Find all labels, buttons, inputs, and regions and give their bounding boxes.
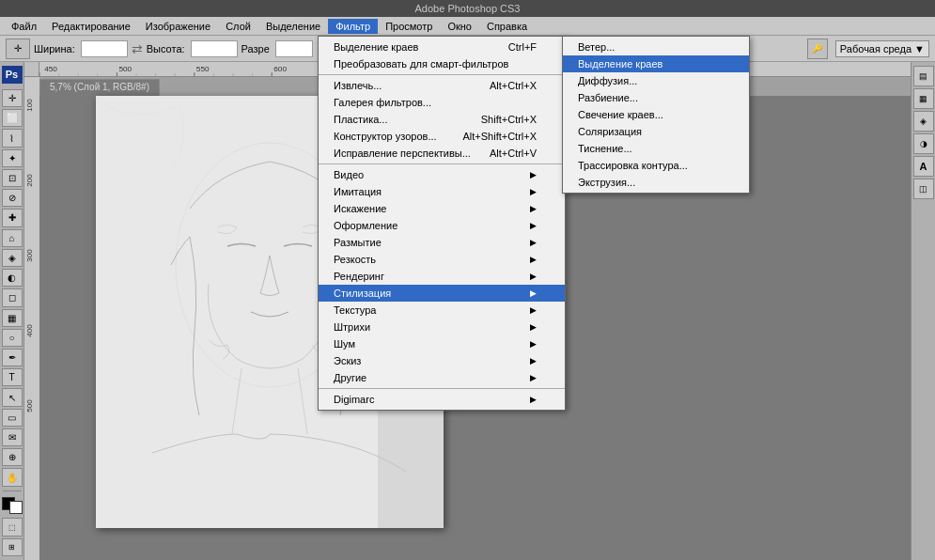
filter-distort[interactable]: Искажение ▶ <box>319 200 565 217</box>
tool-eyedropper[interactable]: ⊘ <box>2 189 23 207</box>
sep3 <box>319 388 565 389</box>
toolbar-separator <box>3 490 22 491</box>
tool-quickmask[interactable]: ⬚ <box>2 518 23 536</box>
width-input[interactable] <box>81 40 128 57</box>
filter-render[interactable]: Рендеринг ▶ <box>319 268 565 285</box>
stylize-wind[interactable]: Ветер... <box>563 39 749 55</box>
app-title: Adobe Photoshop CS3 <box>415 3 521 14</box>
stylize-glow-edges2[interactable]: Свечение краев... <box>563 106 749 123</box>
ruler-corner <box>24 62 39 77</box>
svg-text:600: 600 <box>273 66 287 74</box>
right-tool-1[interactable]: ▤ <box>913 66 934 86</box>
svg-text:500: 500 <box>25 399 34 412</box>
filter-smart[interactable]: Преобразовать для смарт-фильтров <box>319 55 565 72</box>
filter-stylize[interactable]: Стилизация ▶ <box>319 285 565 302</box>
filter-noise[interactable]: Шум ▶ <box>319 335 565 352</box>
left-toolbar: Ps ✛ ⬜ ⌇ ✦ ⊡ ⊘ ✚ ⌂ ◈ ◐ ◻ ▦ ○ ✒ T ↖ ▭ ✉ ⊕… <box>0 62 24 560</box>
stylize-fragment[interactable]: Разбиение... <box>563 89 749 106</box>
width-label: Ширина: <box>34 43 75 54</box>
tool-icon-options: ✛ <box>6 39 30 59</box>
filter-video[interactable]: Видео ▶ <box>319 166 565 183</box>
workspace-icon: 🔑 <box>807 39 828 59</box>
tool-pen[interactable]: ✒ <box>2 349 23 366</box>
stylize-emboss[interactable]: Тиснение... <box>563 140 749 157</box>
height-input[interactable] <box>191 40 238 57</box>
tool-move[interactable]: ✛ <box>2 89 23 107</box>
height-label: Высота: <box>147 43 185 54</box>
menu-help[interactable]: Справка <box>479 19 535 34</box>
filter-gallery[interactable]: Галерея фильтров... <box>319 94 565 111</box>
right-tool-2[interactable]: ▦ <box>913 88 934 109</box>
stylize-solarize[interactable]: Соляризация <box>563 123 749 140</box>
right-panel: ▤ ▦ ◈ ◑ A ◫ <box>911 62 935 560</box>
doc-tab[interactable]: 5,7% (Слой 1, RGB/8#) <box>39 79 160 96</box>
menu-image[interactable]: Изображение <box>138 19 218 34</box>
menu-edit[interactable]: Редактирование <box>44 19 138 34</box>
tool-clone[interactable]: ◈ <box>2 249 23 267</box>
menu-window[interactable]: Окно <box>440 19 479 34</box>
svg-text:300: 300 <box>25 249 34 262</box>
tool-screenmode[interactable]: ⊞ <box>2 538 23 556</box>
tool-magic-wand[interactable]: ✦ <box>2 149 23 167</box>
menu-view[interactable]: Просмотр <box>378 19 440 34</box>
tool-marquee[interactable]: ⬜ <box>2 109 23 127</box>
right-tool-6[interactable]: ◫ <box>913 179 934 199</box>
filter-liquify[interactable]: Пластика... Shift+Ctrl+X <box>319 111 565 128</box>
menu-layer[interactable]: Слой <box>218 19 258 34</box>
menu-file[interactable]: Файл <box>4 19 44 34</box>
filter-perspective[interactable]: Исправление перспективы... Alt+Ctrl+V <box>319 145 565 162</box>
svg-text:550: 550 <box>196 66 210 74</box>
tool-zoom[interactable]: ⊕ <box>2 448 23 466</box>
background-color[interactable] <box>9 501 23 514</box>
tool-brush[interactable]: ⌂ <box>2 229 23 247</box>
workspace-button[interactable]: Рабочая среда ▼ <box>835 40 929 57</box>
ruler-vertical: 100 200 300 400 500 <box>24 77 39 560</box>
stylize-diffuse[interactable]: Диффузия... <box>563 72 749 89</box>
tool-healing[interactable]: ✚ <box>2 209 23 226</box>
resolution-input[interactable] <box>275 40 313 57</box>
svg-text:200: 200 <box>25 174 34 187</box>
filter-strokes[interactable]: Штрихи ▶ <box>319 319 565 335</box>
menu-bar: Файл Редактирование Изображение Слой Выд… <box>0 17 935 36</box>
svg-text:400: 400 <box>25 324 34 337</box>
stylize-extrude[interactable]: Экструзия... <box>563 174 749 191</box>
right-tool-4[interactable]: ◑ <box>913 133 934 154</box>
stylize-trace-contour[interactable]: Трассировка контура... <box>563 157 749 174</box>
filter-sketch[interactable]: Эскиз ▶ <box>319 352 565 369</box>
tool-text[interactable]: T <box>2 368 23 386</box>
filter-find-edges[interactable]: Выделение краев Ctrl+F <box>319 39 565 55</box>
sep2 <box>319 163 565 164</box>
tool-lasso[interactable]: ⌇ <box>2 129 23 147</box>
filter-sharpen[interactable]: Резкость ▶ <box>319 251 565 268</box>
ps-logo: Ps <box>2 66 23 84</box>
right-tool-text[interactable]: A <box>913 156 934 177</box>
tool-dodge[interactable]: ○ <box>2 329 23 347</box>
tool-gradient[interactable]: ▦ <box>2 309 23 327</box>
filter-imitate[interactable]: Имитация ▶ <box>319 183 565 200</box>
tool-crop[interactable]: ⊡ <box>2 169 23 187</box>
tool-eraser[interactable]: ◻ <box>2 288 23 306</box>
menu-select[interactable]: Выделение <box>258 19 328 34</box>
filter-design[interactable]: Оформление ▶ <box>319 217 565 234</box>
svg-text:500: 500 <box>118 66 132 74</box>
filter-digimarc[interactable]: Digimarc ▶ <box>319 391 565 408</box>
filter-blur[interactable]: Размытие ▶ <box>319 234 565 251</box>
filter-other[interactable]: Другие ▶ <box>319 369 565 386</box>
sep1 <box>319 74 565 75</box>
right-tool-3[interactable]: ◈ <box>913 111 934 132</box>
filter-extract[interactable]: Извлечь... Alt+Ctrl+X <box>319 77 565 94</box>
tool-hand[interactable]: ✋ <box>2 468 23 486</box>
menu-filter[interactable]: Фильтр <box>328 19 378 34</box>
svg-text:450: 450 <box>44 66 57 74</box>
stylize-glowing-edges[interactable]: Выделение краев <box>563 55 749 72</box>
filter-pattern[interactable]: Конструктор узоров... Alt+Shift+Ctrl+X <box>319 128 565 145</box>
tool-notes[interactable]: ✉ <box>2 428 23 446</box>
tool-path-select[interactable]: ↖ <box>2 388 23 406</box>
svg-rect-26 <box>24 77 39 560</box>
tool-shape[interactable]: ▭ <box>2 409 23 427</box>
tool-history[interactable]: ◐ <box>2 269 23 287</box>
color-swatch[interactable] <box>2 497 23 515</box>
stylization-submenu: Ветер... Выделение краев Диффузия... Раз… <box>562 36 750 194</box>
filter-texture[interactable]: Текстура ▶ <box>319 302 565 319</box>
workspace-area: 🔑 Рабочая среда ▼ <box>807 39 929 59</box>
